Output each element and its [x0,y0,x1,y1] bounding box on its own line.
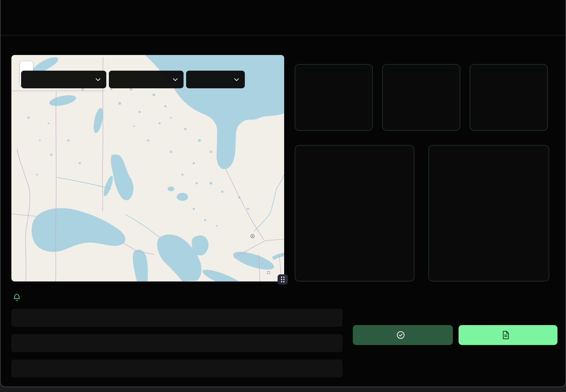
map-basemap [11,55,284,281]
tank-status-panel [295,145,414,281]
regional-consumption-bar-chart [429,146,550,282]
alert-row [11,360,343,377]
fuel-type-filter-dropdown[interactable] [109,71,184,88]
recent-alerts-heading [13,293,26,302]
region-filter-dropdown[interactable] [21,71,106,88]
stat-card-avg-depletion [470,64,548,131]
alert-row [11,334,343,352]
alert-row [11,309,343,327]
acknowledge-all-button[interactable] [353,325,453,345]
stat-card-total-fuel [295,64,373,131]
tank-status-donut-chart [295,146,415,282]
map-drag-handle-icon[interactable] [278,274,288,285]
app-header [1,0,565,35]
bell-icon [13,293,21,302]
generate-report-button[interactable] [459,325,557,345]
map-panel [11,55,284,281]
ottawa-town-icon [251,234,254,238]
new-york-town-icon [267,271,270,274]
chevron-down-icon [234,78,239,81]
map-filters [21,71,245,88]
map-canvas[interactable] [11,55,284,281]
dashboard-window [0,0,566,387]
chevron-down-icon [95,78,101,81]
stat-card-critical-tanks [382,64,460,131]
check-circle-icon [396,330,405,340]
chevron-down-icon [173,78,178,81]
regional-consumption-panel [428,145,549,281]
status-filter-dropdown[interactable] [186,71,245,88]
document-icon [502,331,510,339]
